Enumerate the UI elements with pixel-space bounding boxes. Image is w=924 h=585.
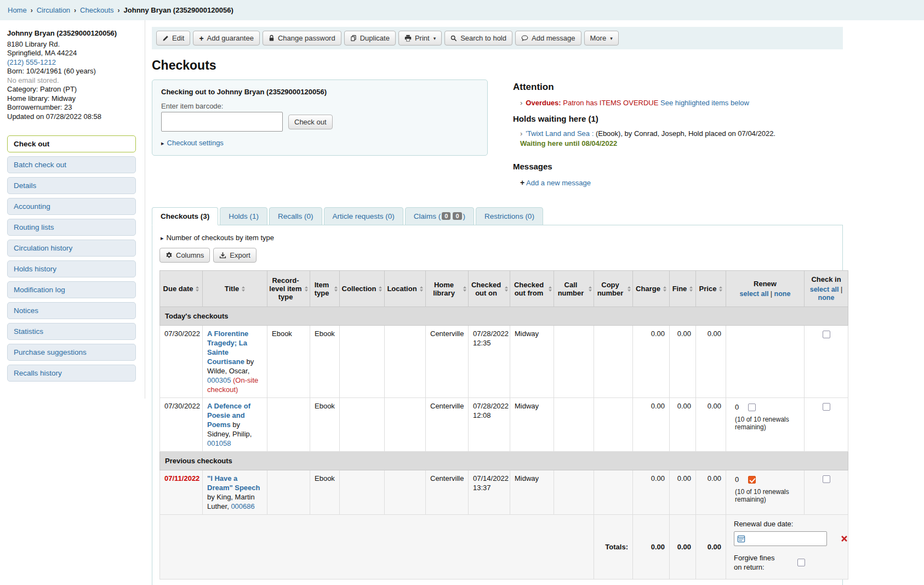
sidebar-item-check-out[interactable]: Check out [7, 135, 136, 152]
checkouts-by-itemtype-toggle[interactable]: Number of checkouts by item type [167, 234, 275, 242]
columns-button[interactable]: Columns [159, 248, 210, 263]
more-button[interactable]: More ▾ [584, 31, 619, 46]
location-cell [385, 326, 426, 398]
sidebar-item-circulation-history[interactable]: Circulation history [7, 240, 136, 257]
patron-email-note: No email stored. [7, 76, 138, 85]
renewal-due-date-label: Renewal due date: [734, 519, 794, 529]
patron-name: Johnny Bryan (23529000120056) [7, 29, 138, 38]
tab-holds-1[interactable]: Holds (1) [220, 207, 267, 225]
sidebar-item-accounting[interactable]: Accounting [7, 198, 136, 215]
barcode-link[interactable]: 000305 [207, 376, 231, 384]
barcode-input[interactable] [161, 112, 283, 132]
column-header-home-library[interactable]: Home library [426, 271, 469, 307]
charge-cell: 0.00 [633, 470, 670, 515]
forgive-fines-checkbox[interactable] [797, 559, 805, 566]
column-header-record-level-item-type[interactable]: Record-level item type [267, 271, 310, 307]
patron-brief: Johnny Bryan (23529000120056) 8180 Libra… [7, 29, 138, 121]
print-button[interactable]: Print ▾ [398, 31, 442, 46]
change-password-button[interactable]: Change password [263, 31, 341, 46]
tab-article-requests-0[interactable]: Article requests (0) [324, 207, 403, 225]
sidebar-item-batch-check-out[interactable]: Batch check out [7, 156, 136, 173]
checkin-checkbox[interactable] [823, 403, 830, 411]
column-header-collection[interactable]: Collection [340, 271, 385, 307]
renewal-due-date-input[interactable] [734, 531, 827, 546]
column-header-call-number[interactable]: Call number [554, 271, 594, 307]
hold-title-link[interactable]: 'Twixt Land and Sea : [526, 129, 594, 138]
title-link[interactable]: "I Have a Dream" Speech [207, 474, 260, 492]
title-link[interactable]: A Defence of Poesie and Poems [207, 402, 250, 429]
breadcrumb-link-checkouts[interactable]: Checkouts [80, 6, 113, 14]
checkout-row: 07/30/2022A Defence of Poesie and Poems … [160, 398, 848, 452]
edit-button[interactable]: Edit [156, 31, 190, 46]
checkouts-tab-panel: ▸Number of checkouts by item type Column… [152, 225, 843, 585]
checkout-legend: Checking out to Johnny Bryan (2352900012… [161, 88, 478, 96]
column-header-checked-out-on[interactable]: Checked out on [469, 271, 510, 307]
breadcrumb-link-home[interactable]: Home [8, 6, 27, 14]
edit-label: Edit [172, 34, 184, 42]
checkout-row: 07/11/2022"I Have a Dream" Speech by Kin… [160, 470, 848, 515]
column-header-price[interactable]: Price [696, 271, 726, 307]
breadcrumb-link-circulation[interactable]: Circulation [37, 6, 70, 14]
tab-restrictions-0[interactable]: Restrictions (0) [476, 207, 543, 225]
sidebar-item-recalls-history[interactable]: Recalls history [7, 365, 136, 382]
column-header-item-type[interactable]: Item type [310, 271, 340, 307]
sidebar-item-details[interactable]: Details [7, 177, 136, 194]
patron-toolbar: Edit + Add guarantee Change password Dup… [152, 27, 843, 49]
totals-price-cell: 0.00 [696, 515, 726, 580]
export-button[interactable]: Export [213, 248, 256, 263]
sidebar-item-statistics[interactable]: Statistics [7, 323, 136, 340]
barcode-label: Enter item barcode: [161, 102, 478, 110]
column-header-copy-number[interactable]: Copy number [594, 271, 633, 307]
holds-waiting-title: Holds waiting here (1) [513, 114, 820, 123]
patron-address-line2: Springfield, MA 44224 [7, 49, 138, 58]
tab-checkouts-3[interactable]: Checkouts (3) [152, 207, 218, 225]
column-header-title[interactable]: Title [203, 271, 267, 307]
clear-date-icon[interactable] [841, 535, 848, 542]
renew-checkbox[interactable] [748, 404, 756, 411]
checkout-button[interactable]: Check out [288, 115, 333, 129]
patron-borrowernumber: Borrowernumber: 23 [7, 103, 138, 112]
column-header-location[interactable]: Location [385, 271, 426, 307]
overdues-link[interactable]: See highlighted items below [660, 99, 749, 107]
column-header-due-date[interactable]: Due date [160, 271, 203, 307]
checkin-select-all-link[interactable]: select all [810, 286, 839, 293]
table-header-row: Due dateTitleRecord-level item typeItem … [160, 271, 848, 307]
tab-label: Recalls (0) [278, 212, 313, 220]
checkin-cell [805, 470, 848, 515]
renew-select-all-link[interactable]: select all [740, 290, 769, 298]
checkin-header-label: Check in [806, 275, 846, 283]
tab-claims[interactable]: Claims (00) [405, 207, 474, 225]
checkout-settings-link[interactable]: Checkout settings [167, 139, 224, 147]
sort-icon [305, 286, 308, 292]
table-group-row: Previous checkouts [160, 452, 848, 470]
add-new-message-link[interactable]: Add a new message [526, 179, 591, 187]
column-header-checked-out-from[interactable]: Checked out from [510, 271, 554, 307]
renew-checkbox[interactable] [748, 476, 756, 484]
collapse-arrow-icon: ▸ [161, 140, 164, 146]
tab-recalls-0[interactable]: Recalls (0) [269, 207, 322, 225]
collapse-arrow-icon: ▸ [161, 235, 164, 241]
sidebar-item-modification-log[interactable]: Modification log [7, 281, 136, 298]
sidebar-item-purchase-suggestions[interactable]: Purchase suggestions [7, 344, 136, 361]
add-message-button[interactable]: Add message [515, 31, 581, 46]
duplicate-label: Duplicate [360, 34, 390, 42]
barcode-link[interactable]: 000686 [231, 502, 254, 510]
title-link[interactable]: A Florentine Tragedy; La Sainte Courtisa… [207, 330, 248, 366]
duplicate-button[interactable]: Duplicate [344, 31, 396, 46]
renew-select-none-link[interactable]: none [774, 290, 791, 298]
barcode-link[interactable]: 001058 [207, 439, 231, 447]
checkin-checkbox[interactable] [823, 331, 830, 338]
search-to-hold-button[interactable]: Search to hold [444, 31, 512, 46]
checkin-checkbox[interactable] [823, 475, 830, 483]
sidebar-item-routing-lists[interactable]: Routing lists [7, 219, 136, 236]
sidebar-item-notices[interactable]: Notices [7, 302, 136, 319]
home-library-cell: Centerville [426, 398, 469, 452]
renew-count: 0 [735, 402, 739, 412]
column-header-charge[interactable]: Charge [633, 271, 670, 307]
patron-phone-link[interactable]: (212) 555-1212 [7, 58, 56, 66]
column-header-fine[interactable]: Fine [670, 271, 696, 307]
checkin-select-none-link[interactable]: none [818, 294, 835, 302]
sidebar-item-holds-history[interactable]: Holds history [7, 260, 136, 277]
attention-title: Attention [513, 82, 820, 93]
add-guarantee-button[interactable]: + Add guarantee [193, 31, 259, 46]
